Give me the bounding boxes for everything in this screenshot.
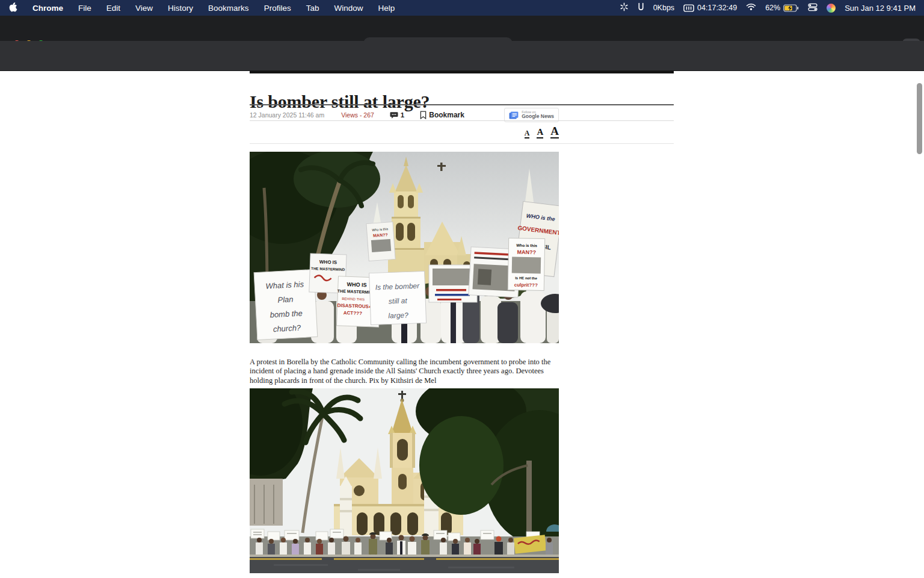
macos-menu-bar: Chrome File Edit View History Bookmarks … <box>0 0 924 16</box>
svg-text:DISASTROUS: DISASTROUS <box>337 303 369 309</box>
scrollbar-thumb[interactable] <box>917 83 922 154</box>
svg-text:culprit???: culprit??? <box>514 282 538 288</box>
menu-item-tab[interactable]: Tab <box>306 4 319 13</box>
svg-text:Plan: Plan <box>277 294 294 304</box>
svg-text:large?: large? <box>388 311 408 320</box>
font-size-small-button[interactable]: A <box>525 129 530 138</box>
browser-toolbar: dailymirror.lk/caption-story/Is-bomber-s… <box>0 41 924 71</box>
placard-man-culprit: Who is this MAN?? Is HE not the culprit?… <box>508 238 544 290</box>
meta-divider <box>250 120 674 121</box>
menu-item-chrome[interactable]: Chrome <box>32 4 63 13</box>
svg-text:still at: still at <box>389 296 408 305</box>
placard-mini: Who is this MAN?? <box>366 222 395 261</box>
wifi-icon[interactable] <box>746 3 756 13</box>
google-news-line2: Google News <box>522 114 554 120</box>
timer-icon <box>683 4 694 12</box>
menu-item-edit[interactable]: Edit <box>106 4 120 13</box>
font-size-controls: A A A <box>250 124 559 138</box>
menu-item-help[interactable]: Help <box>378 4 395 13</box>
menu-item-profiles[interactable]: Profiles <box>264 4 291 13</box>
menu-bar-left: Chrome File Edit View History Bookmarks … <box>8 2 395 14</box>
font-size-medium-button[interactable]: A <box>537 128 543 138</box>
svg-text:Is HE not the: Is HE not the <box>515 276 537 281</box>
svg-text:church?: church? <box>273 323 302 334</box>
site-nav-bar <box>250 71 674 73</box>
font-size-large-button[interactable]: A <box>550 125 559 138</box>
comments-link[interactable]: 1 <box>390 111 404 119</box>
tab-strip: Login ✕ f Facebook ✕ DM Is bomber still … <box>0 16 924 41</box>
article-views: Views - 267 <box>341 111 374 119</box>
menu-item-file[interactable]: File <box>78 4 91 13</box>
article-photo-protest-closeup: WHO is the GOVERNMENT STILL SIL Who is t… <box>250 152 559 343</box>
menu-item-bookmarks[interactable]: Bookmarks <box>208 4 249 13</box>
timer-widget[interactable]: 04:17:32:49 <box>683 4 737 12</box>
colorful-app-icon[interactable] <box>827 4 836 13</box>
battery-icon <box>783 4 799 12</box>
placard-plan: What is his Plan bomb the church? <box>254 269 318 340</box>
bookmark-icon <box>420 111 427 119</box>
placard-bomber: Is the bomber still at large? <box>369 271 427 325</box>
comment-icon <box>390 111 398 119</box>
article-date: 12 January 2025 11:46 am <box>250 111 324 119</box>
svg-text:bomb the: bomb the <box>270 309 303 320</box>
menu-bar-status: 0Kbps 04:17:32:49 62% Sun Jan 12 9:41 PM <box>620 2 916 14</box>
screen: Chrome File Edit View History Bookmarks … <box>0 0 924 578</box>
menu-item-view[interactable]: View <box>135 4 153 13</box>
article-photo-church-wide <box>250 388 559 573</box>
svg-text:MAN??: MAN?? <box>517 249 536 256</box>
bookmark-button[interactable]: Bookmark <box>420 111 464 119</box>
svg-text:WHO IS: WHO IS <box>319 259 337 266</box>
menu-bar-clock[interactable]: Sun Jan 12 9:41 PM <box>845 4 916 13</box>
battery-widget[interactable]: 62% <box>765 4 799 12</box>
clip-icon[interactable] <box>638 2 644 14</box>
svg-text:Who is this: Who is this <box>516 243 537 248</box>
bookmark-label: Bookmark <box>429 111 464 119</box>
webpage: Is bomber still at large? 12 January 202… <box>0 71 924 578</box>
title-divider <box>250 104 674 105</box>
svg-text:ACT???: ACT??? <box>343 310 363 316</box>
chatgpt-icon[interactable] <box>620 2 629 13</box>
google-news-icon <box>509 111 519 119</box>
svg-text:WHO IS: WHO IS <box>346 281 366 288</box>
menu-item-window[interactable]: Window <box>334 4 363 13</box>
photo-caption: A protest in Borella by the Catholic Com… <box>250 358 559 386</box>
comment-count: 1 <box>401 111 404 119</box>
svg-text:Is the bomber: Is the bomber <box>375 282 420 292</box>
toggles-icon[interactable] <box>808 3 818 13</box>
menu-item-history[interactable]: History <box>168 4 193 13</box>
network-speed[interactable]: 0Kbps <box>653 4 674 12</box>
apple-icon[interactable] <box>8 2 17 14</box>
controls-divider <box>250 143 674 144</box>
